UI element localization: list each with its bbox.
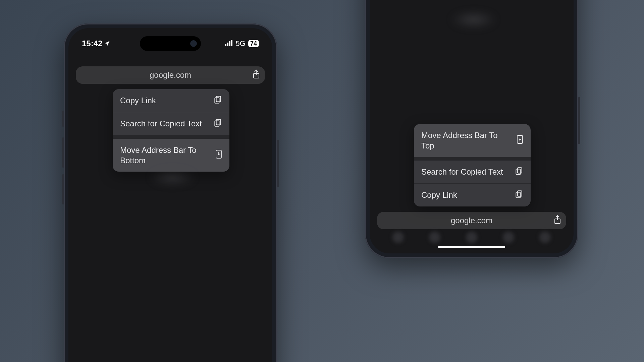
svg-rect-1 bbox=[227, 43, 228, 46]
context-menu: Move Address Bar To Top Search for Copie… bbox=[414, 124, 531, 206]
copy-link-item[interactable]: Copy Link bbox=[113, 89, 229, 112]
network-label: 5G bbox=[236, 39, 246, 48]
battery-level: 74 bbox=[250, 40, 257, 47]
toolbar-button[interactable] bbox=[466, 232, 477, 243]
location-icon bbox=[104, 39, 110, 48]
toolbar-button[interactable] bbox=[539, 232, 551, 243]
svg-rect-7 bbox=[216, 119, 221, 125]
home-indicator[interactable] bbox=[438, 246, 505, 248]
search-copied-item[interactable]: Search for Copied Text bbox=[414, 161, 531, 184]
dynamic-island bbox=[140, 36, 201, 51]
signal-icon bbox=[225, 39, 233, 48]
svg-rect-2 bbox=[229, 41, 230, 46]
volume-up-button bbox=[62, 137, 64, 168]
phone-right: Move Address Bar To Top Search for Copie… bbox=[365, 0, 578, 258]
menu-label: Search for Copied Text bbox=[120, 118, 208, 129]
menu-label: Move Address Bar To Bottom bbox=[120, 145, 210, 166]
address-bar[interactable]: google.com bbox=[76, 66, 265, 84]
phone-left: 15:42 5G 74 bbox=[64, 23, 277, 362]
url-text: google.com bbox=[451, 216, 492, 225]
share-icon[interactable] bbox=[553, 215, 561, 226]
battery-indicator: 74 bbox=[248, 40, 259, 47]
paste-search-icon bbox=[515, 167, 523, 177]
address-bar[interactable]: google.com bbox=[377, 212, 566, 229]
copy-link-item[interactable]: Copy Link bbox=[414, 184, 531, 206]
toolbar-button[interactable] bbox=[429, 232, 440, 243]
phone-up-icon bbox=[517, 135, 523, 146]
menu-label: Copy Link bbox=[120, 95, 208, 106]
screen-right: Move Address Bar To Top Search for Copie… bbox=[370, 0, 574, 253]
svg-rect-14 bbox=[516, 192, 520, 198]
copy-icon bbox=[213, 95, 222, 106]
svg-rect-5 bbox=[216, 96, 221, 102]
url-text: google.com bbox=[150, 70, 191, 80]
svg-rect-12 bbox=[516, 169, 520, 175]
svg-rect-3 bbox=[231, 40, 232, 46]
status-time: 15:42 bbox=[82, 39, 102, 48]
menu-label: Move Address Bar To Top bbox=[421, 130, 511, 151]
blurred-content bbox=[450, 11, 497, 28]
svg-rect-11 bbox=[518, 168, 522, 173]
power-button bbox=[277, 140, 279, 187]
phone-down-icon bbox=[215, 149, 222, 161]
svg-rect-6 bbox=[215, 98, 219, 103]
svg-rect-8 bbox=[215, 121, 219, 126]
svg-rect-13 bbox=[518, 191, 522, 196]
move-address-bar-item[interactable]: Move Address Bar To Bottom bbox=[113, 139, 229, 172]
bottom-toolbar bbox=[370, 231, 574, 244]
toolbar-button[interactable] bbox=[392, 232, 404, 243]
volume-down-button bbox=[62, 174, 64, 204]
toolbar-button[interactable] bbox=[503, 232, 514, 243]
menu-separator bbox=[414, 157, 531, 161]
share-icon[interactable] bbox=[252, 69, 260, 81]
paste-search-icon bbox=[213, 118, 222, 129]
power-button bbox=[578, 97, 580, 144]
screen-left: 15:42 5G 74 bbox=[68, 28, 272, 362]
mute-switch bbox=[62, 111, 64, 127]
menu-label: Search for Copied Text bbox=[421, 167, 509, 177]
copy-icon bbox=[515, 190, 523, 200]
menu-label: Copy Link bbox=[421, 190, 509, 200]
search-copied-item[interactable]: Search for Copied Text bbox=[113, 112, 229, 135]
menu-separator bbox=[113, 135, 229, 139]
move-address-bar-item[interactable]: Move Address Bar To Top bbox=[414, 124, 531, 157]
svg-rect-0 bbox=[225, 44, 226, 46]
context-menu: Copy Link Search for Copied Text bbox=[113, 89, 229, 172]
